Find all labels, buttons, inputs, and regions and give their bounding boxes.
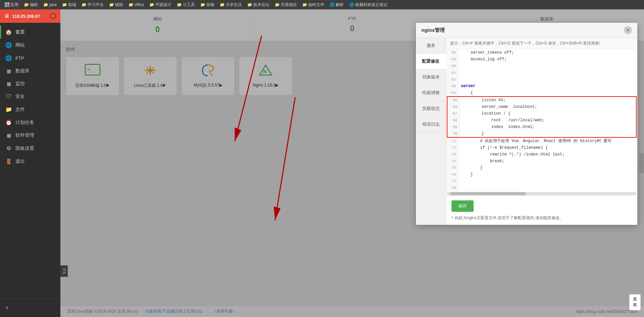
sidebar-item-label: 首页 — [15, 29, 25, 35]
nginx-modal: nginx管理 ✕ 服务 配置修改 切换版本 性能调整 负载状态 错误日志 — [416, 23, 637, 225]
sidebar-item-logout[interactable]: 🚪 退出 — [0, 155, 60, 168]
bookmarks-office[interactable]: 📁 office — [126, 2, 146, 8]
modal-tab-errorlog[interactable]: 错误日志 — [416, 117, 446, 132]
modal-tab-config[interactable]: 配置修改 — [416, 54, 446, 69]
line-content-64: { — [458, 89, 476, 96]
line-content-70: } — [460, 130, 487, 137]
bookmarks-tech-forum[interactable]: 📁 技术论坛 — [245, 1, 271, 8]
sidebar-item-files[interactable]: 📁 文件 — [0, 103, 60, 116]
code-line-65: 65 listen 80; — [447, 97, 636, 104]
save-button[interactable]: 保存 — [451, 200, 474, 212]
modal-header: nginx管理 ✕ — [416, 23, 637, 38]
content-area: iTS ‹ 网站 0 FTP 0 数据库 2 软件 — [60, 9, 644, 317]
line-content-69: index index.html; — [460, 124, 537, 130]
bookmarks-programming[interactable]: 📁 编程 — [22, 1, 40, 8]
code-line-63: 63 server — [446, 83, 637, 89]
line-num-69: 69 — [447, 124, 460, 130]
modal-content: 提示：Ctrl+F 搜索关键字，Ctrl+G 查找下一个，Ctrl+S 保存，C… — [446, 38, 637, 225]
sidebar-item-security[interactable]: 🛡 安全 — [0, 90, 60, 103]
bookmarks-java[interactable]: 📁 java — [41, 2, 59, 8]
bookmarks-youdao[interactable]: 🌐 收藏到有道云笔记 — [347, 1, 389, 8]
line-content-76: } — [458, 171, 476, 178]
modal-tab-load[interactable]: 负载状态 — [416, 101, 446, 117]
line-content-74: break; — [458, 158, 507, 165]
line-num-72: 72 — [446, 144, 458, 151]
line-num-73: 73 — [446, 151, 458, 158]
bookmarks-tools[interactable]: 📁 小工具 — [175, 1, 197, 8]
line-num-58: 58 — [446, 49, 458, 56]
sidebar-item-ftp[interactable]: 🌐 FTP — [0, 52, 60, 65]
ftp-icon: 🌐 — [5, 55, 12, 61]
line-num-74: 74 — [446, 158, 458, 165]
bookmarks-tempfiles[interactable]: 📁 临时文件 — [300, 1, 326, 8]
modal-tab-version[interactable]: 切换版本 — [416, 69, 446, 85]
modal-footer: 保存 此处为nginx主配置文件,若您不了解配置规则,请勿随意修改。 — [446, 196, 637, 225]
modal-title: nginx管理 — [421, 27, 445, 34]
bookmarks-learning[interactable]: 📁 学习平台 — [79, 1, 106, 8]
modal-tab-performance[interactable]: 性能调整 — [416, 85, 446, 101]
lang-english: 英 — [633, 297, 637, 302]
code-line-64: 64 { — [446, 89, 637, 96]
sidebar-item-label: 网站 — [15, 42, 25, 48]
code-line-76: 76 } — [446, 171, 637, 178]
line-content-75: } — [458, 165, 485, 171]
code-editor[interactable]: 58 server_tokens off; 59 access_log off;… — [446, 49, 637, 196]
sidebar-item-label: 监控 — [15, 81, 25, 87]
code-line-77: 77 — [446, 178, 637, 185]
lang-chinese: 简 — [633, 302, 637, 308]
sidebar-item-settings[interactable]: ⚙ 面板设置 — [0, 142, 60, 155]
line-num-70: 70 — [447, 130, 460, 137]
code-line-70: 70 } — [447, 130, 636, 137]
line-num-63: 63 — [446, 83, 458, 89]
monitor-icon: ▦ — [5, 81, 12, 86]
sidebar-item-website[interactable]: 🌐 网站 — [0, 39, 60, 52]
line-content-71: # 此处用于处理 Vue、Angular、React 使用H5 的 Histor… — [458, 138, 614, 144]
bookmarks-auxiliary[interactable]: 📁 辅助 — [107, 1, 125, 8]
bookmarks-frontend[interactable]: 📁 前端 — [60, 1, 78, 8]
code-line-67: 67 location / { — [447, 110, 636, 117]
sidebar-item-database[interactable]: ▦ 数据库 — [0, 65, 60, 77]
sidebar-nav: 🏠 首页 🌐 网站 🌐 FTP ▦ 数据库 ▦ 监控 🛡 安全 — [0, 23, 60, 299]
bookmarks-resolve[interactable]: 🌐 解析 — [328, 1, 346, 8]
line-content-73: rewrite ^(.*) /index.html last; — [458, 151, 568, 158]
bookmarks-design[interactable]: 📁 平面设计 — [147, 1, 173, 8]
horizontal-scrollbar[interactable] — [447, 192, 637, 195]
line-num-76: 76 — [446, 171, 458, 178]
modal-tab-service[interactable]: 服务 — [416, 38, 446, 54]
line-num-64: 64 — [446, 89, 458, 96]
line-content-66: server_name localhost; — [460, 104, 540, 110]
sidebar-item-label: 退出 — [15, 158, 25, 165]
code-line-59: 59 access_log off; — [446, 56, 637, 63]
code-line-58: 58 server_tokens off; — [446, 49, 637, 56]
sidebar-item-home[interactable]: 🏠 首页 — [0, 25, 60, 39]
bookmarks-opensource[interactable]: 📁 开源项目 — [273, 1, 299, 8]
bookmarks-apps[interactable]: 应用 — [3, 1, 20, 8]
line-num-67: 67 — [447, 110, 460, 117]
notification-badge: 0 — [50, 13, 56, 19]
code-line-71: 71 # 此处用于处理 Vue、Angular、React 使用H5 的 His… — [446, 138, 637, 144]
add-button[interactable]: + — [5, 303, 55, 313]
language-switcher[interactable]: 英 简 — [629, 294, 641, 310]
code-line-75: 75 } — [446, 165, 637, 171]
bookmarks-misc[interactable]: 📁 杂物 — [198, 1, 216, 8]
line-num-78: 78 — [446, 185, 458, 191]
sidebar-item-monitor[interactable]: ▦ 监控 — [0, 77, 60, 90]
line-num-61: 61 — [446, 69, 458, 76]
sidebar-item-label: 安全 — [15, 93, 25, 100]
sidebar-item-tasks[interactable]: ⏰ 计划任务 — [0, 116, 60, 129]
modal-close-button[interactable]: ✕ — [624, 26, 632, 34]
line-num-71: 71 — [446, 138, 458, 144]
line-content-65: listen 80; — [460, 97, 508, 104]
line-num-75: 75 — [446, 165, 458, 171]
modal-body: 服务 配置修改 切换版本 性能调整 负载状态 错误日志 提示：Ctrl+F 搜索… — [416, 38, 637, 225]
sidebar-item-label: 计划任务 — [15, 120, 34, 126]
code-line-74: 74 break; — [446, 158, 637, 165]
line-content-59: access_log off; — [458, 56, 509, 63]
modal-hint: 提示：Ctrl+F 搜索关键字，Ctrl+G 查找下一个，Ctrl+S 保存，C… — [446, 38, 637, 49]
line-num-65: 65 — [447, 97, 460, 104]
code-line-66: 66 server_name localhost; — [447, 104, 636, 110]
bookmarks-campus[interactable]: 📁 大学生活 — [218, 1, 244, 8]
sidebar-item-software[interactable]: ▦ 软件管理 — [0, 129, 60, 142]
code-line-60: 60 — [446, 63, 637, 69]
sidebar-header: 🖥 118.25.208.67 0 — [0, 9, 60, 23]
